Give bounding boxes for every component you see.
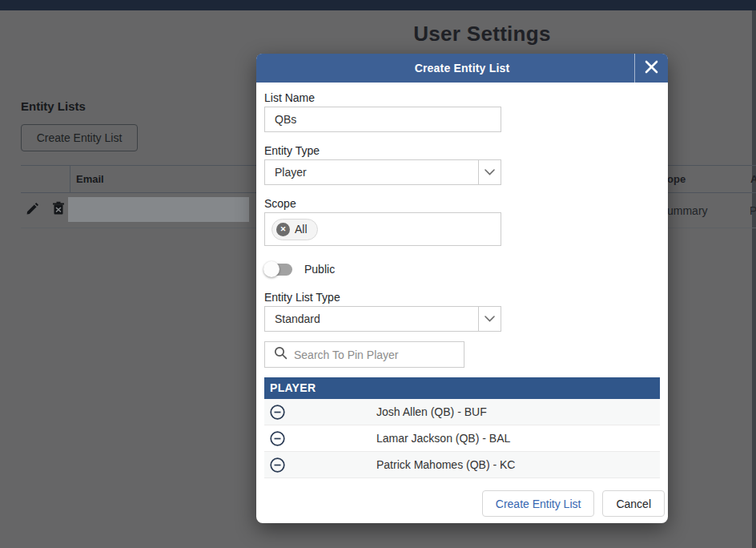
- cancel-button[interactable]: Cancel: [602, 490, 665, 517]
- scope-chip-all[interactable]: ✕ All: [271, 219, 318, 240]
- entity-list-type-label: Entity List Type: [264, 291, 660, 304]
- chip-label: All: [295, 223, 308, 236]
- remove-player-icon[interactable]: [270, 431, 285, 446]
- create-entity-list-modal: Create Entity List List Name Entity Type…: [256, 54, 668, 523]
- search-icon: [274, 346, 288, 363]
- entity-list-type-select[interactable]: Standard: [264, 306, 501, 332]
- remove-player-icon[interactable]: [270, 405, 285, 420]
- top-navbar: [0, 0, 756, 10]
- list-name-label: List Name: [264, 91, 660, 104]
- chevron-down-icon: [478, 160, 501, 184]
- search-input[interactable]: [294, 349, 464, 361]
- column-header-scope-clipped: ope: [667, 173, 686, 185]
- player-name: Josh Allen (QB) - BUF: [376, 399, 487, 425]
- column-header-email: Email: [76, 173, 104, 185]
- scope-label: Scope: [264, 197, 660, 210]
- edit-pencil-icon[interactable]: [26, 202, 39, 216]
- email-field-disabled[interactable]: [68, 197, 249, 222]
- pinned-player-row: Josh Allen (QB) - BUF: [264, 399, 660, 425]
- entity-type-select[interactable]: Player: [264, 159, 501, 185]
- pinned-player-row: Patrick Mahomes (QB) - KC: [264, 452, 660, 478]
- remove-player-icon[interactable]: [270, 457, 285, 473]
- modal-body: List Name Entity Type Player Scope ✕ All…: [256, 91, 668, 517]
- close-icon: [644, 59, 659, 77]
- public-toggle-row: Public: [264, 260, 660, 278]
- delete-trash-icon[interactable]: [51, 201, 66, 216]
- modal-close-button[interactable]: [634, 54, 668, 83]
- scope-field[interactable]: ✕ All: [264, 212, 501, 246]
- submit-create-entity-list-button[interactable]: Create Entity List: [482, 490, 595, 517]
- player-name: Patrick Mahomes (QB) - KC: [376, 452, 515, 478]
- toggle-knob: [263, 261, 279, 277]
- row-value-clipped: P: [750, 204, 756, 217]
- list-name-input[interactable]: [264, 107, 501, 132]
- page-title: User Settings: [0, 22, 756, 46]
- row-scope-value-clipped: ummary: [667, 204, 708, 217]
- player-name: Lamar Jackson (QB) - BAL: [376, 425, 510, 452]
- public-toggle-label: Public: [304, 263, 335, 276]
- pinned-player-row: Lamar Jackson (QB) - BAL: [264, 425, 660, 452]
- modal-title: Create Entity List: [256, 54, 668, 83]
- chip-remove-icon[interactable]: ✕: [276, 223, 290, 236]
- pinned-table-header: PLAYER: [264, 377, 660, 399]
- pinned-players-table: PLAYER Josh Allen (QB) - BUF Lamar Jacks…: [264, 377, 660, 478]
- modal-header: Create Entity List: [256, 54, 668, 83]
- column-header-clipped: A: [750, 173, 756, 185]
- pin-player-search[interactable]: [264, 341, 464, 368]
- table-column-divider: [70, 165, 70, 192]
- chevron-down-icon: [478, 307, 501, 331]
- entity-list-type-value: Standard: [265, 307, 501, 331]
- page-scrollbar[interactable]: [752, 10, 756, 548]
- create-entity-list-button[interactable]: Create Entity List: [21, 124, 138, 151]
- entity-type-label: Entity Type: [264, 144, 660, 157]
- modal-footer: Create Entity List Cancel: [264, 490, 665, 517]
- entity-lists-heading: Entity Lists: [21, 99, 86, 113]
- public-toggle[interactable]: [266, 264, 292, 276]
- entity-type-value: Player: [265, 160, 501, 184]
